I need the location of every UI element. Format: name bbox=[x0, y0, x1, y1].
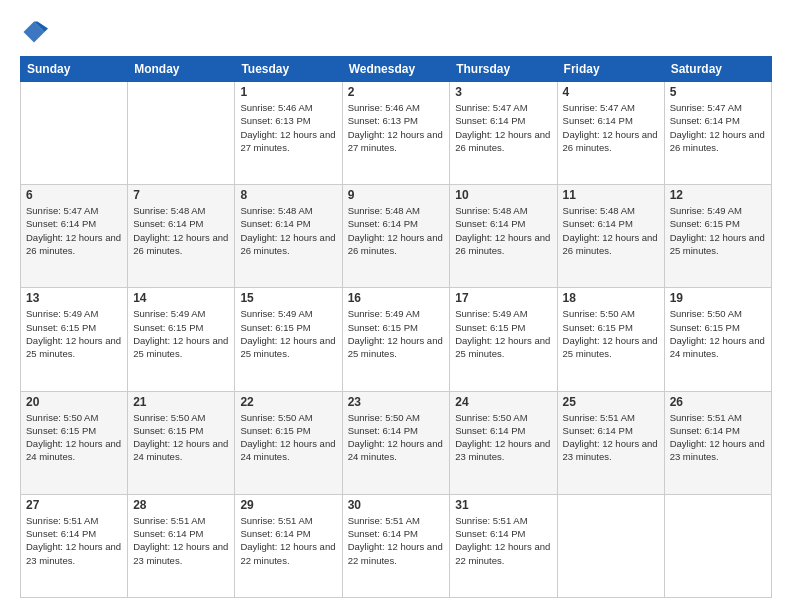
day-info: Sunrise: 5:49 AM Sunset: 6:15 PM Dayligh… bbox=[455, 307, 551, 360]
day-number: 1 bbox=[240, 85, 336, 99]
day-info: Sunrise: 5:50 AM Sunset: 6:14 PM Dayligh… bbox=[455, 411, 551, 464]
weekday-header-sunday: Sunday bbox=[21, 57, 128, 82]
calendar-cell: 1Sunrise: 5:46 AM Sunset: 6:13 PM Daylig… bbox=[235, 82, 342, 185]
day-number: 3 bbox=[455, 85, 551, 99]
day-number: 4 bbox=[563, 85, 659, 99]
calendar-cell bbox=[21, 82, 128, 185]
calendar-cell: 29Sunrise: 5:51 AM Sunset: 6:14 PM Dayli… bbox=[235, 494, 342, 597]
calendar-cell: 21Sunrise: 5:50 AM Sunset: 6:15 PM Dayli… bbox=[128, 391, 235, 494]
weekday-header-tuesday: Tuesday bbox=[235, 57, 342, 82]
calendar-cell: 16Sunrise: 5:49 AM Sunset: 6:15 PM Dayli… bbox=[342, 288, 450, 391]
day-info: Sunrise: 5:47 AM Sunset: 6:14 PM Dayligh… bbox=[26, 204, 122, 257]
day-info: Sunrise: 5:48 AM Sunset: 6:14 PM Dayligh… bbox=[563, 204, 659, 257]
day-number: 5 bbox=[670, 85, 766, 99]
week-row-2: 6Sunrise: 5:47 AM Sunset: 6:14 PM Daylig… bbox=[21, 185, 772, 288]
calendar-cell: 10Sunrise: 5:48 AM Sunset: 6:14 PM Dayli… bbox=[450, 185, 557, 288]
day-number: 28 bbox=[133, 498, 229, 512]
day-info: Sunrise: 5:51 AM Sunset: 6:14 PM Dayligh… bbox=[26, 514, 122, 567]
day-number: 15 bbox=[240, 291, 336, 305]
day-info: Sunrise: 5:50 AM Sunset: 6:15 PM Dayligh… bbox=[670, 307, 766, 360]
calendar-cell: 15Sunrise: 5:49 AM Sunset: 6:15 PM Dayli… bbox=[235, 288, 342, 391]
day-number: 2 bbox=[348, 85, 445, 99]
page: SundayMondayTuesdayWednesdayThursdayFrid… bbox=[0, 0, 792, 612]
day-info: Sunrise: 5:48 AM Sunset: 6:14 PM Dayligh… bbox=[348, 204, 445, 257]
day-info: Sunrise: 5:50 AM Sunset: 6:14 PM Dayligh… bbox=[348, 411, 445, 464]
calendar-cell: 22Sunrise: 5:50 AM Sunset: 6:15 PM Dayli… bbox=[235, 391, 342, 494]
calendar-cell: 28Sunrise: 5:51 AM Sunset: 6:14 PM Dayli… bbox=[128, 494, 235, 597]
calendar-cell: 14Sunrise: 5:49 AM Sunset: 6:15 PM Dayli… bbox=[128, 288, 235, 391]
day-info: Sunrise: 5:49 AM Sunset: 6:15 PM Dayligh… bbox=[26, 307, 122, 360]
calendar-cell: 18Sunrise: 5:50 AM Sunset: 6:15 PM Dayli… bbox=[557, 288, 664, 391]
calendar-cell: 26Sunrise: 5:51 AM Sunset: 6:14 PM Dayli… bbox=[664, 391, 771, 494]
calendar-cell: 2Sunrise: 5:46 AM Sunset: 6:13 PM Daylig… bbox=[342, 82, 450, 185]
calendar-cell: 5Sunrise: 5:47 AM Sunset: 6:14 PM Daylig… bbox=[664, 82, 771, 185]
day-info: Sunrise: 5:49 AM Sunset: 6:15 PM Dayligh… bbox=[348, 307, 445, 360]
weekday-header-monday: Monday bbox=[128, 57, 235, 82]
day-info: Sunrise: 5:51 AM Sunset: 6:14 PM Dayligh… bbox=[133, 514, 229, 567]
day-number: 24 bbox=[455, 395, 551, 409]
weekday-header-row: SundayMondayTuesdayWednesdayThursdayFrid… bbox=[21, 57, 772, 82]
calendar-cell: 12Sunrise: 5:49 AM Sunset: 6:15 PM Dayli… bbox=[664, 185, 771, 288]
day-info: Sunrise: 5:46 AM Sunset: 6:13 PM Dayligh… bbox=[240, 101, 336, 154]
day-info: Sunrise: 5:51 AM Sunset: 6:14 PM Dayligh… bbox=[348, 514, 445, 567]
header bbox=[20, 18, 772, 46]
calendar-cell: 30Sunrise: 5:51 AM Sunset: 6:14 PM Dayli… bbox=[342, 494, 450, 597]
calendar-cell: 24Sunrise: 5:50 AM Sunset: 6:14 PM Dayli… bbox=[450, 391, 557, 494]
calendar-cell: 6Sunrise: 5:47 AM Sunset: 6:14 PM Daylig… bbox=[21, 185, 128, 288]
calendar-cell: 25Sunrise: 5:51 AM Sunset: 6:14 PM Dayli… bbox=[557, 391, 664, 494]
day-number: 22 bbox=[240, 395, 336, 409]
calendar: SundayMondayTuesdayWednesdayThursdayFrid… bbox=[20, 56, 772, 598]
day-number: 7 bbox=[133, 188, 229, 202]
calendar-cell: 13Sunrise: 5:49 AM Sunset: 6:15 PM Dayli… bbox=[21, 288, 128, 391]
day-info: Sunrise: 5:47 AM Sunset: 6:14 PM Dayligh… bbox=[670, 101, 766, 154]
day-number: 8 bbox=[240, 188, 336, 202]
day-number: 12 bbox=[670, 188, 766, 202]
calendar-cell: 8Sunrise: 5:48 AM Sunset: 6:14 PM Daylig… bbox=[235, 185, 342, 288]
day-number: 17 bbox=[455, 291, 551, 305]
logo-icon bbox=[20, 18, 48, 46]
calendar-cell: 20Sunrise: 5:50 AM Sunset: 6:15 PM Dayli… bbox=[21, 391, 128, 494]
day-number: 9 bbox=[348, 188, 445, 202]
day-info: Sunrise: 5:50 AM Sunset: 6:15 PM Dayligh… bbox=[563, 307, 659, 360]
week-row-5: 27Sunrise: 5:51 AM Sunset: 6:14 PM Dayli… bbox=[21, 494, 772, 597]
logo bbox=[20, 18, 52, 46]
day-number: 25 bbox=[563, 395, 659, 409]
day-number: 14 bbox=[133, 291, 229, 305]
week-row-4: 20Sunrise: 5:50 AM Sunset: 6:15 PM Dayli… bbox=[21, 391, 772, 494]
weekday-header-saturday: Saturday bbox=[664, 57, 771, 82]
calendar-cell: 27Sunrise: 5:51 AM Sunset: 6:14 PM Dayli… bbox=[21, 494, 128, 597]
calendar-cell bbox=[664, 494, 771, 597]
day-info: Sunrise: 5:51 AM Sunset: 6:14 PM Dayligh… bbox=[670, 411, 766, 464]
day-number: 10 bbox=[455, 188, 551, 202]
day-number: 13 bbox=[26, 291, 122, 305]
weekday-header-wednesday: Wednesday bbox=[342, 57, 450, 82]
calendar-cell: 3Sunrise: 5:47 AM Sunset: 6:14 PM Daylig… bbox=[450, 82, 557, 185]
day-info: Sunrise: 5:48 AM Sunset: 6:14 PM Dayligh… bbox=[240, 204, 336, 257]
day-info: Sunrise: 5:47 AM Sunset: 6:14 PM Dayligh… bbox=[563, 101, 659, 154]
day-info: Sunrise: 5:51 AM Sunset: 6:14 PM Dayligh… bbox=[240, 514, 336, 567]
day-info: Sunrise: 5:51 AM Sunset: 6:14 PM Dayligh… bbox=[455, 514, 551, 567]
calendar-cell: 7Sunrise: 5:48 AM Sunset: 6:14 PM Daylig… bbox=[128, 185, 235, 288]
calendar-cell: 23Sunrise: 5:50 AM Sunset: 6:14 PM Dayli… bbox=[342, 391, 450, 494]
day-info: Sunrise: 5:51 AM Sunset: 6:14 PM Dayligh… bbox=[563, 411, 659, 464]
calendar-cell: 19Sunrise: 5:50 AM Sunset: 6:15 PM Dayli… bbox=[664, 288, 771, 391]
day-info: Sunrise: 5:47 AM Sunset: 6:14 PM Dayligh… bbox=[455, 101, 551, 154]
calendar-cell: 31Sunrise: 5:51 AM Sunset: 6:14 PM Dayli… bbox=[450, 494, 557, 597]
day-number: 23 bbox=[348, 395, 445, 409]
day-number: 11 bbox=[563, 188, 659, 202]
day-info: Sunrise: 5:46 AM Sunset: 6:13 PM Dayligh… bbox=[348, 101, 445, 154]
day-number: 29 bbox=[240, 498, 336, 512]
day-number: 18 bbox=[563, 291, 659, 305]
calendar-cell: 4Sunrise: 5:47 AM Sunset: 6:14 PM Daylig… bbox=[557, 82, 664, 185]
day-number: 27 bbox=[26, 498, 122, 512]
week-row-3: 13Sunrise: 5:49 AM Sunset: 6:15 PM Dayli… bbox=[21, 288, 772, 391]
calendar-cell: 9Sunrise: 5:48 AM Sunset: 6:14 PM Daylig… bbox=[342, 185, 450, 288]
day-number: 16 bbox=[348, 291, 445, 305]
day-number: 30 bbox=[348, 498, 445, 512]
day-number: 31 bbox=[455, 498, 551, 512]
day-number: 21 bbox=[133, 395, 229, 409]
day-info: Sunrise: 5:48 AM Sunset: 6:14 PM Dayligh… bbox=[133, 204, 229, 257]
weekday-header-friday: Friday bbox=[557, 57, 664, 82]
day-info: Sunrise: 5:50 AM Sunset: 6:15 PM Dayligh… bbox=[240, 411, 336, 464]
day-number: 19 bbox=[670, 291, 766, 305]
